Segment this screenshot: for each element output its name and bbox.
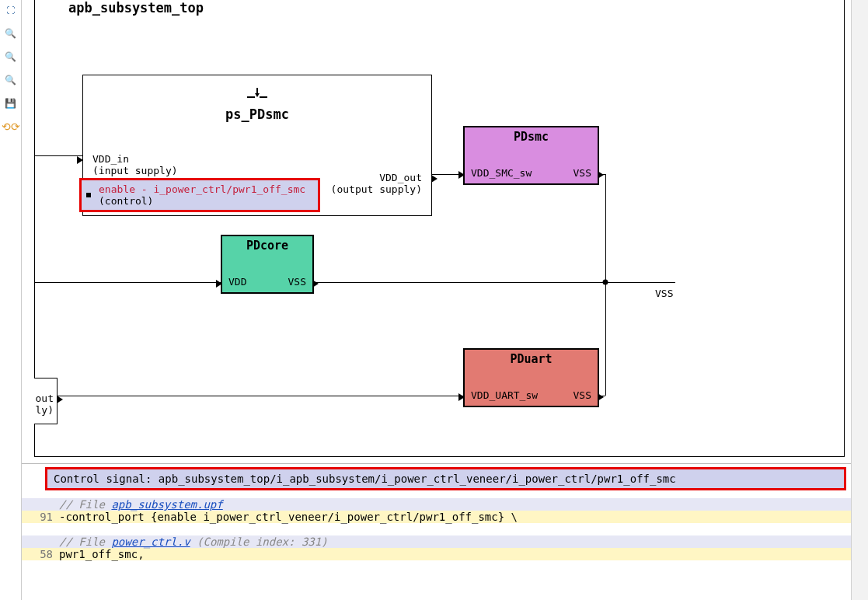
pdsmc-vdd-port-icon (458, 171, 465, 179)
code-text: -control_port {enable i_power_ctrl_venee… (59, 511, 846, 523)
zoom-in-icon[interactable]: 🔍 (2, 25, 19, 42)
pdcore-block[interactable]: PDcore VDD VSS (221, 235, 314, 294)
code-row[interactable]: // File apb_subsystem.upf (22, 498, 851, 511)
pdcore-vss-port-icon (312, 280, 319, 288)
pdcore-left-port: VDD (228, 276, 246, 288)
wire-cutoff-to-pduart (58, 396, 463, 396)
vdd-out-port-icon (431, 175, 437, 183)
right-scroll-strip (851, 0, 868, 600)
left-toolbar: ⛶ 🔍 🔍 🔍 💾 ⟲⟳ (0, 0, 22, 600)
vdd-in-label: VDD_in (92, 153, 129, 165)
code-text: // File power_ctrl.v (Compile index: 331… (59, 535, 846, 548)
pdsmc-title: PDsmc (465, 127, 598, 144)
pdcore-title: PDcore (222, 236, 312, 253)
zoom-selection-icon[interactable]: 🔍 (2, 72, 19, 89)
cutoff-port-icon (57, 396, 63, 403)
ps-block-title: ps_PDsmc (83, 106, 431, 122)
pdcore-right-port: VSS (288, 276, 306, 288)
wire-into-pdcore-vdd (34, 282, 221, 283)
wire-vss-label-stub (605, 282, 675, 283)
cutoff-block: out ly) (34, 378, 58, 424)
wire-pdcore-vss (314, 282, 605, 283)
wire-pduart-vss-stub (599, 396, 605, 396)
code-text: // File apb_subsystem.upf (59, 498, 846, 511)
pdsmc-block[interactable]: PDsmc VDD_SMC_sw VSS (463, 126, 599, 185)
pdcore-vdd-port-icon (216, 280, 222, 288)
code-row[interactable]: // File power_ctrl.v (Compile index: 331… (22, 535, 851, 548)
pduart-vdd-port-icon (458, 393, 465, 401)
code-text: pwr1_off_smc, (59, 548, 846, 560)
cutoff-line2: ly) (36, 404, 54, 416)
enable-sub: (control) (99, 195, 312, 207)
enable-text: enable - i_power_ctrl/pwr1_off_smc (99, 183, 312, 195)
vss-label: VSS (655, 288, 673, 299)
pdsmc-right-port: VSS (573, 167, 591, 179)
diagram-canvas[interactable]: apb_subsystem_top ps_PDsmc VDD_in (input… (22, 0, 851, 463)
pduart-left-port: VDD_UART_sw (471, 389, 538, 401)
code-text (59, 523, 846, 535)
vdd-in-sub: (input supply) (92, 165, 178, 176)
svg-marker-3 (255, 93, 260, 97)
pduart-title: PDuart (465, 350, 598, 366)
enable-signal-box[interactable]: enable - i_power_ctrl/pwr1_off_smc (cont… (79, 178, 320, 212)
zoom-out-icon[interactable]: 🔍 (2, 48, 19, 65)
code-row[interactable] (22, 523, 851, 535)
pduart-right-port: VSS (573, 389, 591, 401)
wire-pdsmc-vss-stub (599, 174, 605, 175)
module-title: apb_subsystem_top (68, 0, 204, 16)
refresh-icon[interactable]: ⟲⟳ (2, 118, 19, 135)
info-panel: Control signal: apb_subsystem_top/i_apb_… (22, 463, 851, 600)
cutoff-line1: out (36, 392, 54, 404)
ps-pdsmc-block[interactable]: ps_PDsmc VDD_in (input supply) VDD_out (… (82, 75, 432, 216)
outer-module-box (34, 0, 845, 457)
pduart-vss-port-icon (598, 393, 604, 401)
wire-into-vdd-in (34, 155, 82, 156)
wire-vss-bus (605, 174, 606, 396)
save-icon[interactable]: 💾 (2, 95, 19, 112)
code-row[interactable]: 91-control_port {enable i_power_ctrl_ven… (22, 511, 851, 523)
pduart-block[interactable]: PDuart VDD_UART_sw VSS (463, 348, 599, 407)
pdsmc-vss-port-icon (598, 171, 604, 179)
pdsmc-left-port: VDD_SMC_sw (471, 167, 532, 179)
control-signal-line[interactable]: Control signal: apb_subsystem_top/i_apb_… (45, 467, 846, 490)
vdd-in-port-icon (77, 156, 83, 164)
code-listing[interactable]: // File apb_subsystem.upf91-control_port… (22, 498, 851, 560)
enable-port-icon (86, 193, 91, 197)
switch-icon (246, 86, 269, 100)
fit-icon[interactable]: ⛶ (2, 2, 19, 19)
code-row[interactable]: 58pwr1_off_smc, (22, 548, 851, 560)
line-number: 91 (26, 511, 59, 523)
line-number: 58 (26, 548, 59, 560)
vdd-out-label: VDD_out (379, 172, 422, 183)
vdd-out-sub: (output supply) (331, 183, 422, 195)
